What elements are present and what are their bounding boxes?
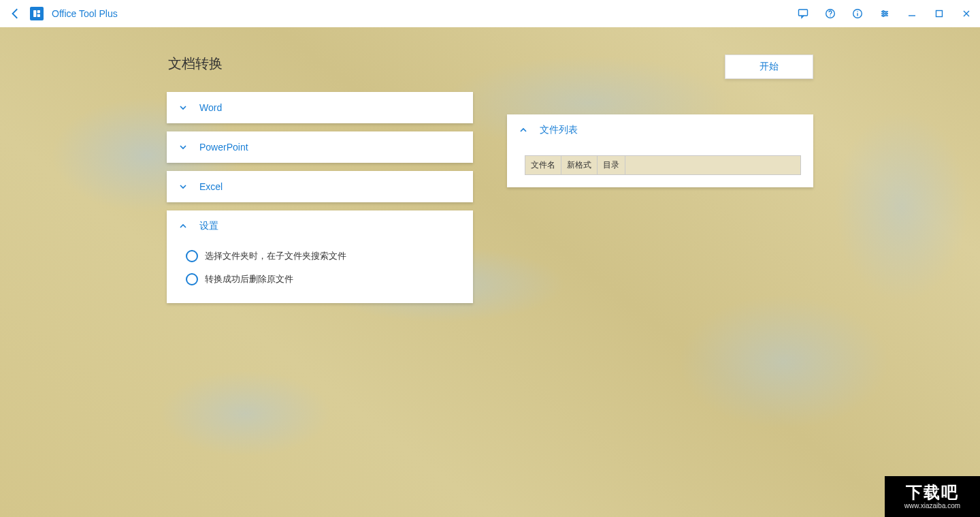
svg-point-8 [883, 11, 885, 13]
radio-icon [186, 273, 198, 285]
panel-excel: Excel [167, 171, 473, 202]
panel-word-label: Word [199, 102, 222, 113]
svg-rect-3 [799, 10, 808, 16]
settings-icon[interactable] [871, 0, 898, 27]
svg-rect-2 [37, 14, 40, 17]
chevron-up-icon [519, 126, 527, 134]
chevron-down-icon [179, 143, 187, 151]
panel-excel-header[interactable]: Excel [167, 171, 473, 202]
chevron-down-icon [179, 104, 187, 112]
panel-word-header[interactable]: Word [167, 92, 473, 123]
panel-word: Word [167, 92, 473, 123]
filelist-table-wrap: 文件名 新格式 目录 [507, 146, 813, 187]
panel-settings: 设置 选择文件夹时，在子文件夹搜索文件 转换成功后删除原文件 [167, 210, 473, 303]
col-filename[interactable]: 文件名 [525, 156, 561, 174]
back-icon[interactable] [10, 7, 22, 20]
option-label: 转换成功后删除原文件 [205, 273, 293, 285]
option-label: 选择文件夹时，在子文件夹搜索文件 [205, 250, 346, 262]
chevron-up-icon [179, 222, 187, 230]
titlebar-left: Office Tool Plus [10, 7, 118, 20]
panel-filelist-label: 文件列表 [540, 124, 578, 136]
panel-settings-label: 设置 [199, 220, 218, 232]
info-icon[interactable] [844, 0, 871, 27]
svg-point-7 [857, 11, 858, 12]
radio-icon [186, 250, 198, 262]
panel-powerpoint-label: PowerPoint [199, 142, 248, 153]
col-directory[interactable]: 目录 [598, 156, 625, 174]
col-spacer [625, 156, 800, 174]
watermark-main: 下载吧 [906, 484, 959, 501]
panel-powerpoint-header[interactable]: PowerPoint [167, 131, 473, 163]
app-logo-icon [30, 7, 44, 20]
watermark-sub: www.xiazaiba.com [904, 502, 960, 510]
content-area: 文档转换 Word PowerPoint [0, 27, 980, 517]
page-title: 文档转换 [167, 54, 473, 73]
svg-point-5 [830, 16, 830, 16]
filelist-table-header: 文件名 新格式 目录 [525, 155, 801, 175]
help-icon[interactable] [817, 0, 844, 27]
svg-point-9 [885, 13, 887, 15]
start-button[interactable]: 开始 [725, 54, 813, 79]
svg-rect-0 [33, 10, 36, 17]
panel-filelist-header[interactable]: 文件列表 [507, 114, 813, 146]
titlebar-right [789, 0, 980, 27]
app-title: Office Tool Plus [52, 8, 118, 19]
titlebar: Office Tool Plus [0, 0, 980, 27]
svg-rect-11 [936, 11, 943, 17]
svg-point-10 [883, 15, 885, 17]
panel-excel-label: Excel [199, 181, 223, 192]
panel-powerpoint: PowerPoint [167, 131, 473, 163]
panel-filelist: 文件列表 文件名 新格式 目录 [507, 114, 813, 187]
watermark-badge: 下载吧 www.xiazaiba.com [885, 476, 980, 517]
left-column: 文档转换 Word PowerPoint [167, 54, 473, 311]
svg-rect-1 [37, 10, 40, 13]
right-column: 开始 文件列表 文件名 新格式 目录 [507, 54, 813, 195]
col-newformat[interactable]: 新格式 [561, 156, 598, 174]
option-delete-original[interactable]: 转换成功后删除原文件 [179, 268, 461, 291]
chevron-down-icon [179, 183, 187, 191]
panel-settings-header[interactable]: 设置 [167, 210, 473, 242]
panel-settings-body: 选择文件夹时，在子文件夹搜索文件 转换成功后删除原文件 [167, 242, 473, 303]
comment-icon[interactable] [789, 0, 817, 27]
minimize-button[interactable] [898, 0, 926, 27]
right-header: 开始 [507, 54, 813, 91]
option-search-subfolders[interactable]: 选择文件夹时，在子文件夹搜索文件 [179, 245, 461, 268]
close-button[interactable] [953, 0, 980, 27]
maximize-button[interactable] [926, 0, 953, 27]
